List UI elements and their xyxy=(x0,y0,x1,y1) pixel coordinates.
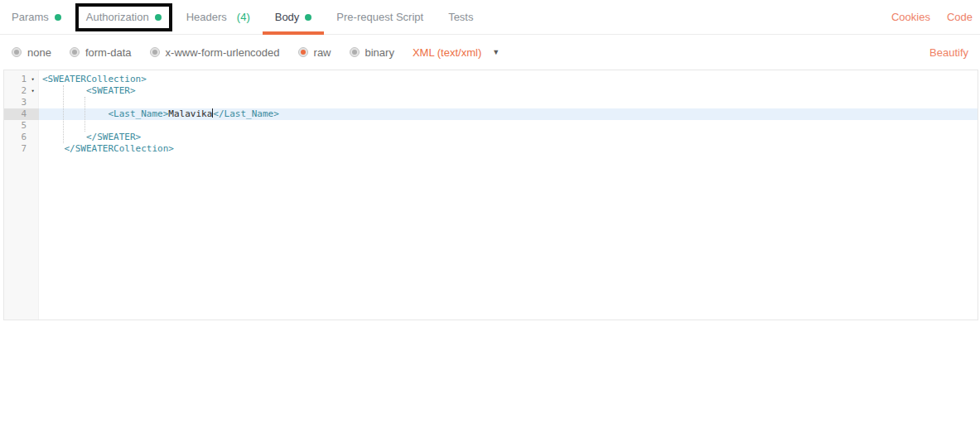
authorization-highlight-box[interactable]: Authorization xyxy=(75,3,172,31)
code-line-2[interactable]: 2▾ <SWEATER> xyxy=(4,85,978,97)
radio-selected-icon xyxy=(298,47,308,57)
radio-icon xyxy=(70,47,80,57)
code-line-6[interactable]: 6 </SWEATER> xyxy=(4,132,978,143)
indent-spaces xyxy=(42,108,108,119)
code-text xyxy=(39,120,978,132)
fold-arrow-icon[interactable]: ▾ xyxy=(27,74,39,85)
line-number: 1 xyxy=(4,74,27,85)
radio-x-www-form-urlencoded[interactable]: x-www-form-urlencoded xyxy=(150,46,280,59)
radio-x-www-form-urlencoded-label: x-www-form-urlencoded xyxy=(166,46,280,59)
radio-icon xyxy=(12,47,22,57)
line-number: 7 xyxy=(4,143,27,155)
code-text: <SWEATERCollection> xyxy=(39,74,978,85)
beautify-link[interactable]: Beautify xyxy=(929,46,980,59)
tab-authorization-label: Authorization xyxy=(86,11,149,23)
code-editor[interactable]: 1▾<SWEATERCollection> 2▾ <SWEATER> 3 4 <… xyxy=(3,70,978,320)
code-lines: 1▾<SWEATERCollection> 2▾ <SWEATER> 3 4 <… xyxy=(4,74,978,155)
tab-pre-request-script-label: Pre-request Script xyxy=(336,11,423,23)
indent-guide xyxy=(63,85,64,143)
chevron-down-icon: ▼ xyxy=(492,48,500,56)
line-number: 5 xyxy=(4,120,27,132)
params-status-dot-icon xyxy=(55,14,61,21)
radio-raw[interactable]: raw xyxy=(298,46,331,59)
radio-binary-label: binary xyxy=(365,46,394,59)
code-text: </SWEATER> xyxy=(39,132,978,143)
tab-tests[interactable]: Tests xyxy=(436,0,485,34)
format-dropdown-value: XML (text/xml) xyxy=(413,46,481,59)
tab-body[interactable]: Body xyxy=(263,0,325,34)
request-tabs: Params Authorization Headers(4) Body Pre… xyxy=(0,0,980,35)
line-number: 6 xyxy=(4,132,27,143)
cookies-link[interactable]: Cookies xyxy=(888,11,934,23)
body-type-bar: none form-data x-www-form-urlencoded raw… xyxy=(0,35,980,70)
code-text: <SWEATER> xyxy=(39,85,978,97)
xml-value: Malavika xyxy=(168,108,212,119)
headers-count-badge: (4) xyxy=(237,11,250,23)
line-number: 3 xyxy=(4,97,27,108)
code-line-1[interactable]: 1▾<SWEATERCollection> xyxy=(4,74,978,85)
line-number: 2 xyxy=(4,85,27,97)
xml-close-tag: </Last_Name> xyxy=(213,108,278,119)
radio-icon xyxy=(150,47,160,57)
indent-guide xyxy=(84,97,85,132)
xml-open-tag: <Last_Name> xyxy=(108,108,168,119)
tab-pre-request-script[interactable]: Pre-request Script xyxy=(324,0,436,34)
tab-body-label: Body xyxy=(275,11,300,23)
radio-none[interactable]: none xyxy=(12,46,51,59)
tab-params[interactable]: Params xyxy=(0,0,74,34)
body-status-dot-icon xyxy=(305,14,311,21)
authorization-status-dot-icon xyxy=(155,14,162,21)
code-text: <Last_Name>Malavika</Last_Name> xyxy=(39,108,978,120)
code-text: </SWEATERCollection> xyxy=(39,143,978,155)
code-text xyxy=(39,97,978,108)
radio-icon xyxy=(350,47,360,57)
code-line-7[interactable]: 7 </SWEATERCollection> xyxy=(4,143,978,155)
code-link[interactable]: Code xyxy=(944,11,976,23)
radio-none-label: none xyxy=(27,46,51,59)
radio-form-data-label: form-data xyxy=(85,46,132,59)
code-line-3[interactable]: 3 xyxy=(4,97,978,108)
tab-links: Cookies Code xyxy=(888,11,980,23)
radio-raw-label: raw xyxy=(314,46,331,59)
format-dropdown[interactable]: XML (text/xml)▼ xyxy=(413,46,500,59)
tab-headers[interactable]: Headers(4) xyxy=(174,0,263,34)
tab-tests-label: Tests xyxy=(448,11,473,23)
code-line-5[interactable]: 5 xyxy=(4,120,978,132)
radio-binary[interactable]: binary xyxy=(350,46,394,59)
tab-headers-label: Headers xyxy=(186,11,227,23)
tab-params-label: Params xyxy=(12,11,49,23)
code-line-4[interactable]: 4 <Last_Name>Malavika</Last_Name> xyxy=(4,108,978,120)
fold-arrow-icon[interactable]: ▾ xyxy=(27,85,39,97)
line-number: 4 xyxy=(4,108,27,120)
request-builder-panel: Params Authorization Headers(4) Body Pre… xyxy=(0,0,980,447)
radio-form-data[interactable]: form-data xyxy=(70,46,132,59)
